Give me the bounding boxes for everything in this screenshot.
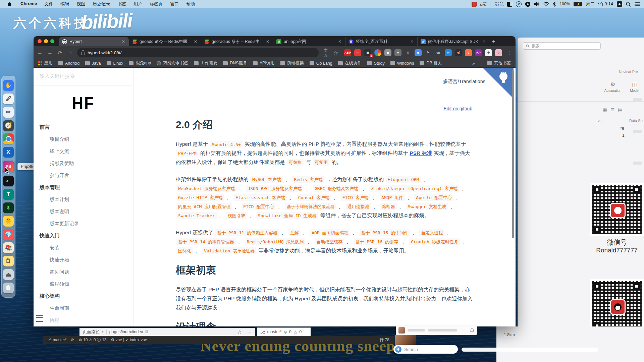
browser-tab[interactable]: Uuni-app官网✕ bbox=[273, 37, 345, 46]
menu-item-2[interactable]: 编辑 bbox=[57, 1, 73, 7]
bookmark-star-icon[interactable]: ☆ bbox=[333, 50, 339, 56]
notification-strip[interactable] bbox=[396, 326, 477, 335]
maximize-window-button[interactable] bbox=[50, 39, 54, 43]
pinwheel-icon[interactable] bbox=[374, 49, 381, 56]
sidebar-item[interactable]: 生命周期 bbox=[34, 302, 133, 314]
brush-app-icon[interactable]: 🖌 bbox=[3, 94, 14, 104]
hand-app-icon[interactable]: ✋ bbox=[3, 80, 14, 91]
github-corner-icon[interactable] bbox=[483, 68, 514, 99]
sidebar-item[interactable]: 前言 bbox=[34, 121, 133, 133]
minimize-window-button[interactable] bbox=[44, 39, 48, 43]
close-window-button[interactable] bbox=[38, 39, 42, 43]
browser-tab[interactable]: W微信小程序JavaScript SDK✕ bbox=[417, 37, 489, 46]
lang-mode[interactable]: ⚙ vue | ✓ index.vue bbox=[111, 338, 147, 342]
cursor-position[interactable]: 行 78, bbox=[380, 337, 390, 343]
avatar[interactable]: ☺ bbox=[495, 49, 502, 56]
tab-close-icon[interactable]: ✕ bbox=[193, 39, 198, 44]
navicat-search-input[interactable]: 搜索 bbox=[523, 42, 601, 50]
menu-item-3[interactable]: 视图 bbox=[73, 1, 89, 7]
address-bar[interactable]: hyperf.wiki/2.0/#/ bbox=[77, 48, 319, 57]
bookmark-item[interactable]: Go Lang bbox=[310, 61, 332, 66]
volume-icon[interactable] bbox=[534, 2, 540, 6]
sidebar-item[interactable]: 核心架构 bbox=[34, 290, 133, 302]
v-gray-icon[interactable]: V bbox=[394, 49, 401, 56]
tab-close-icon[interactable]: ✕ bbox=[121, 39, 126, 44]
shield-icon[interactable]: ≋ bbox=[445, 49, 452, 56]
books-app-icon[interactable]: 📚 bbox=[3, 242, 14, 253]
sidebar-item[interactable]: 版本更新记录 bbox=[34, 218, 133, 230]
sidebar-item[interactable]: 编程须知 bbox=[34, 278, 133, 290]
menu-item-4[interactable]: 历史记录 bbox=[89, 1, 114, 7]
bookmark-item[interactable]: Study bbox=[367, 61, 385, 66]
chrome-menu-icon[interactable]: ⋮ bbox=[506, 50, 512, 56]
memory-indicator[interactable]: 77%MEM bbox=[480, 1, 487, 7]
rp-icon[interactable]: RP bbox=[475, 49, 482, 56]
compass-app-icon[interactable]: 🧭 bbox=[3, 120, 14, 131]
bookmark-item[interactable]: 万能命令书签 bbox=[157, 60, 188, 66]
sidebar-item[interactable]: 版本说明 bbox=[34, 205, 133, 218]
terminal-app-icon[interactable]: >_ bbox=[3, 176, 14, 186]
bookmark-item[interactable]: 工作需要 bbox=[194, 60, 217, 66]
parallels-icon[interactable]: P bbox=[516, 1, 522, 7]
scrollbar[interactable] bbox=[512, 70, 514, 238]
window-scrollbar-strip[interactable] bbox=[462, 348, 598, 352]
sidebar-item[interactable]: 快速入门 bbox=[34, 230, 133, 242]
chrome-app-icon[interactable] bbox=[3, 133, 14, 144]
camera-icon[interactable]: ◉ bbox=[384, 49, 391, 56]
menu-item-1[interactable]: 文件 bbox=[41, 1, 57, 7]
sketch-app-icon[interactable]: 💎 bbox=[3, 229, 14, 240]
teal-app-icon[interactable]: T bbox=[3, 189, 14, 200]
other-bookmarks[interactable]: 其他书签 bbox=[487, 60, 511, 66]
menu-item-9[interactable]: 帮助 bbox=[182, 1, 199, 7]
url-text[interactable]: hyperf.wiki/2.0/#/ bbox=[88, 50, 121, 55]
new-tab-button[interactable]: + bbox=[489, 37, 498, 46]
navicat-model-tool[interactable]: ◫ Model bbox=[626, 81, 643, 93]
media-statusbar-icon[interactable] bbox=[472, 2, 477, 7]
tab-close-icon[interactable]: ✕ bbox=[337, 39, 342, 44]
stickies-app-icon[interactable]: 🗒 bbox=[3, 256, 14, 266]
bookmark-item[interactable]: DNS服务 bbox=[223, 60, 247, 66]
drop-icon[interactable]: ◆ bbox=[415, 49, 422, 56]
bookmark-item[interactable]: Windows bbox=[390, 61, 414, 66]
menu-item-8[interactable]: 窗口 bbox=[166, 1, 182, 7]
sidebar-item[interactable]: 项目介绍 bbox=[34, 133, 133, 145]
lock-icon[interactable] bbox=[81, 52, 85, 55]
browser-tab[interactable]: Hyperf✕ bbox=[59, 37, 129, 46]
tab-close-icon[interactable]: ✕ bbox=[482, 39, 486, 44]
eject-app-icon[interactable]: ⏏ bbox=[3, 269, 14, 280]
network-speed-indicator[interactable]: ↑ 0.5 K/s↓ 3.6 K/s bbox=[490, 1, 503, 7]
sidebar-toggle-icon[interactable] bbox=[36, 315, 43, 322]
red-dots-icon[interactable]: ⋯ bbox=[354, 49, 361, 56]
v-orange-icon[interactable]: V bbox=[465, 49, 472, 56]
xmind-app-icon[interactable]: X bbox=[3, 147, 14, 158]
translations-label[interactable]: 多语言/Translations bbox=[443, 78, 485, 85]
wifi-icon[interactable] bbox=[543, 2, 549, 6]
translate-en-icon[interactable]: en bbox=[435, 49, 442, 56]
sidebar-item[interactable]: 版本管理 bbox=[34, 181, 133, 193]
sidebar-item[interactable]: 快速开始 bbox=[34, 254, 133, 266]
bookmark-item[interactable]: 在线协作 bbox=[338, 60, 362, 66]
spotlight-search-icon[interactable] bbox=[626, 2, 631, 7]
inline-link[interactable]: PSR 标准 bbox=[410, 150, 432, 156]
bookmark-item[interactable]: Linux bbox=[107, 61, 123, 66]
back-button[interactable]: ← bbox=[37, 50, 43, 56]
apple-icon[interactable] bbox=[7, 1, 12, 7]
window-layout-icon[interactable] bbox=[507, 2, 512, 7]
sidebar-item[interactable]: 线上交流 bbox=[34, 145, 133, 157]
pencil-app-icon[interactable]: ✏ bbox=[3, 107, 14, 118]
more-icon[interactable]: ⋯ bbox=[247, 329, 252, 335]
problems-indicator[interactable]: ⊗ 10 ⚠ 0 ⓘ 13 bbox=[79, 337, 107, 343]
bookmarks-overflow-icon[interactable]: » bbox=[472, 61, 475, 66]
trash-icon[interactable]: 🗑 bbox=[3, 283, 14, 293]
branch-icon[interactable]: ⎇ master* bbox=[47, 338, 67, 342]
forward-button[interactable]: → bbox=[47, 50, 53, 56]
browser-tab[interactable]: geoadd 命令 -- Redis中国✕ bbox=[129, 37, 201, 46]
editor-tab[interactable]: ⎇ master* ⊗0 ⚠0 bbox=[257, 327, 311, 336]
edit-on-github-link[interactable]: Edit on github bbox=[443, 106, 472, 111]
sidebar-item[interactable]: 捐献及赞助 bbox=[34, 157, 133, 169]
bookmark-item[interactable]: Android bbox=[58, 61, 79, 66]
docs-search-input[interactable]: 输入关键词搜索 bbox=[34, 68, 133, 85]
duck-app-icon[interactable]: 🐥 bbox=[3, 216, 14, 227]
navicat-automation-tool[interactable]: ⚙ Automation bbox=[602, 81, 623, 93]
menu-item-7[interactable]: 标签页 bbox=[146, 1, 166, 7]
